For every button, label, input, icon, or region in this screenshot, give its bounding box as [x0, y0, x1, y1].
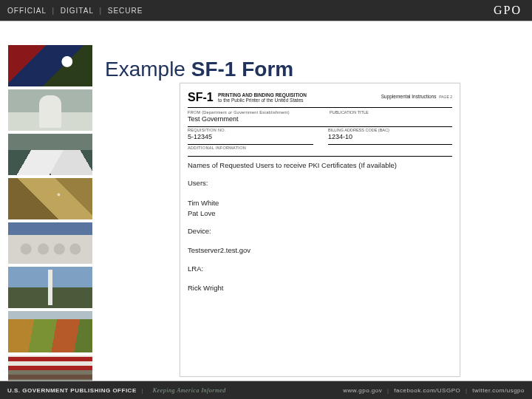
- thumb-eagle-flag: [8, 45, 92, 86]
- form-supplemental-page: PAGE 2: [439, 95, 452, 99]
- form-users-label: Users:: [188, 178, 452, 188]
- separator-pipe: |: [387, 387, 389, 394]
- form-req-value: 5-12345: [188, 133, 313, 140]
- sf1-form-image: SF-1 PRINTING AND BINDING REQUISITION to…: [180, 83, 460, 377]
- form-pubtitle-label: PUBLICATION TITLE: [330, 110, 369, 115]
- thumb-compass-map: [8, 178, 92, 219]
- form-req-label: REQUISITION NO.: [188, 128, 313, 132]
- thumb-mountains: [8, 134, 92, 175]
- form-lra-1: Rick Wright: [188, 283, 452, 293]
- form-device-label: Device:: [188, 226, 452, 236]
- form-addl-label: ADDITIONAL INFORMATION: [188, 146, 452, 150]
- slide-title-prefix: Example: [105, 58, 191, 81]
- slide: OFFICIAL | DIGITAL | SECURE GPO Example …: [0, 0, 532, 399]
- separator-pipe: |: [52, 7, 55, 15]
- bottombar-office: U.S. GOVERNMENT PUBLISHING OFFICE: [7, 387, 137, 394]
- form-supplemental: Supplemental Instructions PAGE 2: [381, 94, 452, 99]
- form-from-value: Test Government: [188, 115, 452, 123]
- form-subtitle-line1: PRINTING AND BINDING REQUISITION: [218, 92, 307, 98]
- topbar-word-digital: DIGITAL: [61, 7, 94, 15]
- form-bac-value: 1234-10: [328, 133, 452, 140]
- form-user-1: Tim White: [188, 198, 452, 208]
- form-code: SF-1: [188, 91, 214, 104]
- thumb-capitol: [8, 89, 92, 131]
- top-bar: OFFICIAL | DIGITAL | SECURE GPO: [0, 0, 532, 21]
- bottombar-right: www.gpo.gov | facebook.com/USGPO | twitt…: [343, 387, 525, 394]
- topbar-word-secure: SECURE: [108, 7, 143, 15]
- bottombar-link-facebook: facebook.com/USGPO: [394, 387, 460, 394]
- form-row-requisition: REQUISITION NO. 5-12345: [188, 128, 313, 145]
- thumbnail-strip: [8, 45, 92, 397]
- form-body: Names of Requested Users to receive PKI …: [188, 160, 452, 293]
- form-row-additional: ADDITIONAL INFORMATION: [188, 146, 452, 157]
- form-subtitle: PRINTING AND BINDING REQUISITION to the …: [218, 92, 307, 103]
- topbar-word-official: OFFICIAL: [7, 7, 47, 15]
- bottombar-tagline: Keeping America Informed: [153, 387, 226, 394]
- bottombar-link-gpo: www.gpo.gov: [343, 387, 382, 394]
- form-supplemental-text: Supplemental Instructions: [381, 94, 437, 99]
- thumb-autumn-town: [8, 311, 92, 352]
- form-from-label: FROM (Department or Government Establish…: [188, 110, 452, 115]
- form-bac-label: BILLING ADDRESS CODE (BAC): [328, 128, 452, 132]
- form-user-2: Pat Love: [188, 208, 452, 219]
- separator-pipe: |: [466, 387, 468, 394]
- form-header: SF-1 PRINTING AND BINDING REQUISITION to…: [188, 91, 452, 108]
- form-device-1: Testserver2.test.gov: [188, 245, 452, 256]
- form-row-bac: BILLING ADDRESS CODE (BAC) 1234-10: [328, 128, 452, 145]
- thumb-washington-monument: [8, 267, 92, 308]
- thumb-mount-rushmore: [8, 222, 92, 264]
- bottom-bar: U.S. GOVERNMENT PUBLISHING OFFICE | Keep…: [0, 381, 532, 399]
- bottombar-left: U.S. GOVERNMENT PUBLISHING OFFICE | Keep…: [7, 387, 226, 394]
- separator-pipe: |: [141, 387, 143, 394]
- gpo-logo-wordmark: GPO: [494, 4, 532, 17]
- slide-title: Example SF-1 Form: [105, 58, 293, 81]
- separator-pipe: |: [99, 7, 102, 15]
- form-subtitle-line2: to the Public Printer of the United Stat…: [218, 98, 304, 103]
- top-bar-tagline: OFFICIAL | DIGITAL | SECURE: [0, 7, 143, 15]
- form-row-from: FROM (Department or Government Establish…: [188, 110, 452, 127]
- form-lra-label: LRA:: [188, 264, 452, 274]
- form-body-title: Names of Requested Users to receive PKI …: [188, 160, 452, 171]
- slide-title-bold: SF-1 Form: [191, 58, 293, 81]
- topbar-underline: [0, 21, 532, 21]
- bottombar-link-twitter: twitter.com/usgpo: [472, 387, 525, 394]
